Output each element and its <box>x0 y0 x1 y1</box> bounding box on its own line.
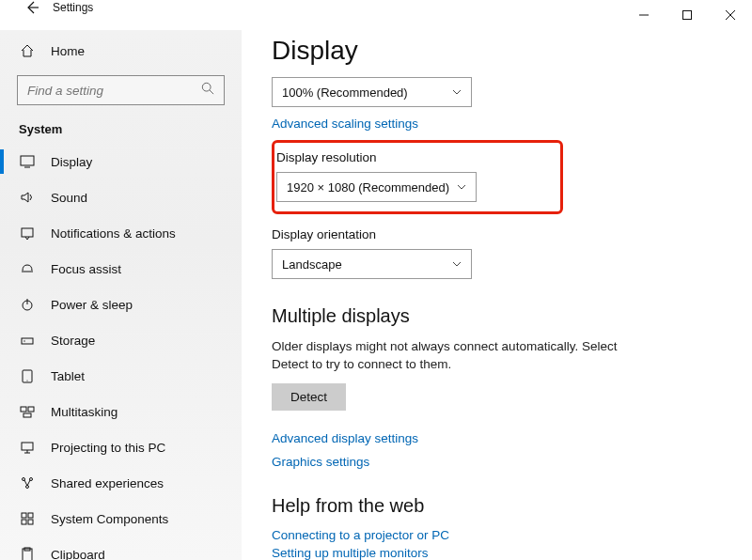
svg-rect-13 <box>22 338 33 344</box>
sidebar-item-label: Power & sleep <box>51 298 133 312</box>
sidebar-item-system-components[interactable]: System Components <box>0 501 242 537</box>
svg-point-14 <box>24 340 24 341</box>
help-link-projector[interactable]: Connecting to a projector or PC <box>272 528 722 542</box>
home-label: Home <box>51 44 85 58</box>
sidebar-item-label: Projecting to this PC <box>51 441 165 455</box>
sidebar-item-label: Display <box>51 155 92 169</box>
home-nav[interactable]: Home <box>0 34 242 68</box>
detect-button[interactable]: Detect <box>272 383 346 411</box>
category-label: System <box>0 115 242 144</box>
sidebar-item-label: Clipboard <box>51 548 105 561</box>
sidebar-item-label: Storage <box>51 334 95 348</box>
clipboard-icon <box>19 547 36 560</box>
sidebar-item-notifications[interactable]: Notifications & actions <box>0 215 242 251</box>
tablet-icon <box>19 368 36 383</box>
resolution-label: Display resolution <box>276 150 553 164</box>
multiple-displays-body: Older displays might not always connect … <box>272 338 648 374</box>
orientation-value: Landscape <box>282 257 342 272</box>
orientation-dropdown[interactable]: Landscape <box>272 249 472 279</box>
help-heading: Help from the web <box>272 495 722 517</box>
resolution-dropdown[interactable]: 1920 × 1080 (Recommended) <box>276 172 477 202</box>
sidebar-item-label: Notifications & actions <box>51 226 176 241</box>
scrollbar[interactable] <box>746 30 752 560</box>
storage-icon <box>19 333 36 348</box>
sidebar-item-power-sleep[interactable]: Power & sleep <box>0 287 242 322</box>
close-button[interactable] <box>709 0 752 30</box>
sidebar-item-shared-experiences[interactable]: Shared experiences <box>0 465 242 501</box>
sidebar-item-sound[interactable]: Sound <box>0 179 242 215</box>
sidebar-item-label: System Components <box>51 512 168 526</box>
minimize-button[interactable] <box>622 0 666 30</box>
power-icon <box>19 297 36 312</box>
scale-dropdown[interactable]: 100% (Recommended) <box>272 77 472 107</box>
content-pane: Display 100% (Recommended) Advanced scal… <box>242 30 752 560</box>
resolution-value: 1920 × 1080 (Recommended) <box>287 180 449 194</box>
maximize-button[interactable] <box>666 0 709 30</box>
svg-rect-18 <box>28 407 34 412</box>
search-input[interactable] <box>27 84 196 98</box>
chevron-down-icon <box>452 87 462 97</box>
sidebar-item-focus-assist[interactable]: Focus assist <box>0 251 242 287</box>
chevron-down-icon <box>452 259 462 269</box>
svg-rect-25 <box>28 513 33 518</box>
advanced-display-link[interactable]: Advanced display settings <box>272 431 722 445</box>
search-icon <box>201 82 214 99</box>
scale-value: 100% (Recommended) <box>282 86 408 100</box>
multiple-displays-heading: Multiple displays <box>272 305 722 327</box>
sidebar-item-multitasking[interactable]: Multitasking <box>0 394 242 429</box>
sound-icon <box>19 190 36 205</box>
sidebar: Settings Home System Display Sound <box>0 30 242 560</box>
focus-assist-icon <box>19 261 36 276</box>
resolution-highlight: Display resolution 1920 × 1080 (Recommen… <box>272 140 563 214</box>
display-icon <box>19 154 36 169</box>
sidebar-item-label: Tablet <box>51 369 85 383</box>
svg-rect-7 <box>21 156 34 165</box>
page-title: Display <box>272 36 722 66</box>
svg-line-6 <box>210 90 213 94</box>
svg-rect-1 <box>683 11 692 20</box>
sidebar-item-storage[interactable]: Storage <box>0 322 242 358</box>
notifications-icon <box>19 226 36 241</box>
shared-icon <box>19 475 36 490</box>
sidebar-item-label: Multitasking <box>51 405 118 419</box>
svg-rect-24 <box>22 513 26 518</box>
nav-list: Display Sound Notifications & actions Fo… <box>0 144 242 560</box>
titlebar <box>0 0 752 30</box>
projecting-icon <box>19 440 36 455</box>
multitasking-icon <box>19 404 36 419</box>
help-link-monitors[interactable]: Setting up multiple monitors <box>272 546 722 560</box>
back-button[interactable] <box>19 0 45 21</box>
svg-rect-20 <box>22 443 33 450</box>
sidebar-item-clipboard[interactable]: Clipboard <box>0 537 242 560</box>
orientation-label: Display orientation <box>272 227 722 241</box>
sidebar-item-tablet[interactable]: Tablet <box>0 358 242 394</box>
search-input-wrap[interactable] <box>17 75 225 105</box>
sidebar-item-label: Focus assist <box>51 262 121 276</box>
svg-rect-27 <box>28 520 33 524</box>
chevron-down-icon <box>457 182 466 192</box>
svg-rect-9 <box>22 228 33 237</box>
svg-rect-19 <box>24 413 31 417</box>
window-title: Settings <box>53 1 93 14</box>
graphics-settings-link[interactable]: Graphics settings <box>272 455 722 469</box>
svg-rect-17 <box>21 407 26 412</box>
svg-point-16 <box>26 380 27 381</box>
svg-rect-26 <box>22 520 26 524</box>
sidebar-item-label: Shared experiences <box>51 476 164 490</box>
sidebar-item-label: Sound <box>51 191 87 205</box>
home-icon <box>19 43 36 58</box>
components-icon <box>19 511 36 526</box>
sidebar-item-projecting[interactable]: Projecting to this PC <box>0 429 242 465</box>
sidebar-item-display[interactable]: Display <box>0 144 242 179</box>
advanced-scaling-link[interactable]: Advanced scaling settings <box>272 117 722 131</box>
